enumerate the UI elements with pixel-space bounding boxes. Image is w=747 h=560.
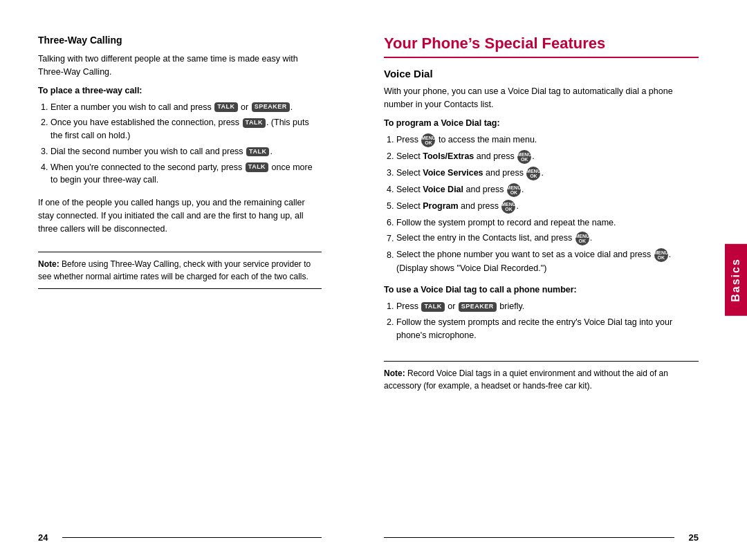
right-page: Your Phone’s Special Features Voice Dial… — [353, 0, 747, 560]
use-step-2: Follow the system prompts and recite the… — [396, 316, 699, 342]
left-page: Three-Way Calling Talking with two diffe… — [0, 0, 353, 560]
menu-badge-1: MENUOK — [421, 133, 435, 147]
left-page-line — [62, 537, 322, 539]
program-step-4: Select Voice Dial and press MENUOK. — [396, 183, 699, 197]
use-heading: To use a Voice Dial tag to call a phone … — [384, 285, 699, 295]
program-step-3: Select Voice Services and press MENUOK. — [396, 167, 699, 180]
talk-badge-3: TALK — [246, 147, 269, 157]
talk-badge-4: TALK — [246, 162, 268, 172]
left-note-box: Note: Before using Three-Way Calling, ch… — [38, 252, 322, 289]
talk-badge-2: TALK — [243, 118, 266, 128]
left-step-4: When you're connected to the second part… — [50, 161, 322, 187]
right-note-label: Note: — [384, 368, 405, 378]
right-page-number: 25 — [689, 532, 699, 543]
right-page-heading: Your Phone’s Special Features — [384, 35, 699, 58]
left-step-2: Once you have established the connection… — [50, 116, 322, 142]
menu-badge-3: MENUOK — [526, 167, 540, 180]
program-step-8: Select the phone number you want to set … — [396, 248, 699, 275]
left-steps-list: Enter a number you wish to call and pres… — [38, 101, 322, 190]
left-section-title: Three-Way Calling — [38, 35, 322, 46]
program-step-2: Select Tools/Extras and press MENUOK. — [396, 150, 699, 164]
left-note-text: Before using Three-Way Calling, check wi… — [38, 259, 311, 281]
right-page-line — [384, 537, 674, 539]
right-section-title: Voice Dial — [384, 68, 699, 80]
left-step-1: Enter a number you wish to call and pres… — [50, 101, 322, 114]
right-note-text: Record Voice Dial tags in a quiet enviro… — [384, 368, 668, 391]
program-step-1: Press MENUOK to access the main menu. — [396, 133, 699, 147]
use-steps-list: Press TALK or SPEAKER briefly. Follow th… — [384, 300, 699, 344]
program-heading: To program a Voice Dial tag: — [384, 118, 699, 128]
left-middle-text: If one of the people you called hangs up… — [38, 196, 322, 235]
menu-badge-5: MENUOK — [501, 200, 515, 214]
talk-badge-1: TALK — [214, 102, 237, 112]
right-note-box: Note: Record Voice Dial tags in a quiet … — [384, 361, 699, 398]
menu-badge-8: MENUOK — [654, 248, 668, 262]
speaker-badge-use: SPEAKER — [459, 302, 497, 312]
left-instruction-heading: To place a three-way call: — [38, 86, 322, 95]
speaker-badge-1: SPEAKER — [252, 102, 290, 112]
program-step-5: Select Program and press MENUOK. — [396, 200, 699, 214]
basics-tab: Basics — [725, 244, 747, 316]
right-intro: With your phone, you can use a Voice Dia… — [384, 85, 699, 111]
left-note-label: Note: — [38, 259, 59, 269]
program-steps-list: Press MENUOK to access the main menu. Se… — [384, 133, 699, 279]
menu-badge-2: MENUOK — [517, 150, 531, 164]
left-page-number: 24 — [38, 532, 48, 543]
program-step-7: Select the entry in the Contacts list, a… — [396, 232, 699, 245]
left-intro: Talking with two different people at the… — [38, 53, 322, 79]
menu-badge-7: MENUOK — [575, 232, 589, 245]
use-step-1: Press TALK or SPEAKER briefly. — [396, 300, 699, 313]
talk-badge-use: TALK — [421, 302, 444, 312]
menu-badge-4: MENUOK — [507, 183, 521, 197]
program-step-6: Follow the system prompt to record and r… — [396, 216, 699, 230]
left-step-3: Dial the second number you wish to call … — [50, 145, 322, 158]
